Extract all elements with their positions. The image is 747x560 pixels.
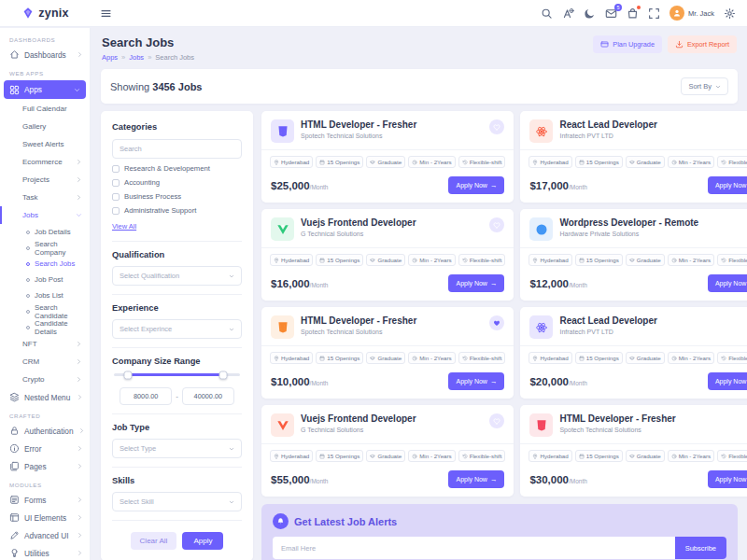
company-size-min-input[interactable] — [120, 387, 172, 405]
chevron-right-icon — [77, 550, 83, 556]
dark-mode-icon[interactable] — [584, 7, 596, 20]
skills-select[interactable]: Select Skill — [112, 492, 242, 511]
sidebar-item-pages[interactable]: Pages — [0, 457, 90, 475]
checkbox[interactable] — [112, 207, 120, 215]
arrow-right-icon: → — [490, 475, 498, 483]
sidebar-subitem-crm[interactable]: CRM — [0, 353, 90, 371]
plan-upgrade-button[interactable]: Plan Upgrade — [593, 35, 662, 53]
chevron-right-icon — [78, 427, 85, 434]
sidebar-subitem-search-company[interactable]: Search Company — [0, 240, 90, 256]
messages-icon[interactable]: 5 — [605, 7, 617, 20]
category-option[interactable]: Research & Developement — [112, 164, 242, 173]
category-option[interactable]: Administrative Support — [112, 206, 242, 215]
job-title[interactable]: React Lead Developer — [559, 119, 741, 130]
sidebar-subitem-full-calendar[interactable]: Full Calendar — [0, 100, 90, 118]
sidebar-subitem-search-candidate[interactable]: Search Candidate — [0, 303, 90, 319]
favorite-button[interactable] — [489, 119, 504, 134]
sidebar-item-utilities[interactable]: Utilities — [0, 544, 90, 560]
history-icon — [721, 356, 726, 361]
subscribe-button[interactable]: Subscribe — [675, 537, 726, 559]
sidebar-item-forms[interactable]: Forms — [0, 491, 90, 509]
export-report-button[interactable]: Export Report — [668, 35, 737, 53]
sidebar-subitem-crypto[interactable]: Crypto — [0, 371, 90, 388]
sidebar-subitem-search-jobs[interactable]: Search Jobs — [0, 256, 90, 272]
category-option[interactable]: Business Process — [112, 192, 242, 201]
checkbox[interactable] — [112, 165, 120, 173]
apply-now-button[interactable]: Apply Now→ — [708, 274, 747, 292]
job-tag-min-2years: Min - 2Years — [668, 352, 715, 364]
sidebar-item-nested-menu[interactable]: Nested Menu — [0, 388, 90, 406]
job-tag-min-2years: Min - 2Years — [408, 156, 456, 168]
slider-handle-min[interactable] — [123, 371, 132, 379]
chevron-down-icon — [229, 446, 234, 452]
checkbox[interactable] — [112, 193, 120, 201]
sidebar-subitem-sweet-alerts[interactable]: Sweet Alerts — [0, 135, 90, 153]
apply-now-button[interactable]: Apply Now→ — [448, 274, 504, 292]
category-option[interactable]: Accounting — [112, 178, 242, 187]
fullscreen-icon[interactable] — [648, 7, 660, 20]
user-menu[interactable]: Mr. Jack — [669, 6, 714, 21]
job-tag-min-2years: Min - 2Years — [668, 156, 715, 168]
language-icon[interactable] — [562, 7, 574, 20]
apply-now-button[interactable]: Apply Now→ — [448, 372, 504, 390]
sidebar-subitem-task[interactable]: Task — [0, 189, 90, 206]
slider-handle-max[interactable] — [219, 371, 228, 379]
sidebar-subitem-job-details[interactable]: Job Details — [0, 224, 90, 240]
qualification-select[interactable]: Select Qualification — [112, 266, 242, 286]
breadcrumb-apps[interactable]: Apps — [102, 53, 118, 62]
apply-now-button[interactable]: Apply Now→ — [448, 470, 504, 488]
sidebar-subitem-jobs-list[interactable]: Jobs List — [0, 287, 90, 303]
favorite-button[interactable] — [489, 217, 504, 232]
apply-now-button[interactable]: Apply Now→ — [708, 176, 747, 194]
hamburger-menu-icon[interactable] — [100, 7, 112, 20]
sidebar-item-authentication[interactable]: Authentication — [0, 422, 90, 440]
user-avatar[interactable] — [669, 6, 684, 21]
breadcrumb-jobs[interactable]: Jobs — [129, 53, 144, 62]
favorite-button[interactable] — [489, 315, 504, 330]
company-size-max-input[interactable] — [182, 387, 234, 405]
email-input[interactable] — [273, 537, 726, 559]
job-type-select[interactable]: Select Type — [112, 439, 242, 458]
favorite-button[interactable] — [489, 413, 504, 428]
clear-all-button[interactable]: Clear All — [131, 532, 177, 550]
sidebar-subitem-ecommerce[interactable]: Ecommerce — [0, 153, 90, 171]
sidebar-subitem-jobs[interactable]: Jobs — [0, 206, 90, 224]
job-title[interactable]: HTML Developer - Fresher — [301, 315, 483, 326]
job-tags: Hyderabad15 OpeningsGraduateMin - 2Years… — [520, 443, 747, 468]
sidebar-item-error[interactable]: Error — [0, 440, 90, 457]
job-title[interactable]: Wordpress Developer - Remote — [559, 217, 741, 228]
view-all-link[interactable]: View All — [112, 222, 136, 231]
apply-now-button[interactable]: Apply Now→ — [708, 470, 747, 488]
apply-now-button[interactable]: Apply Now→ — [708, 372, 747, 390]
sidebar-item-advanced-ui[interactable]: Advanced UI — [0, 526, 90, 544]
breadcrumb-separator: » — [121, 53, 125, 62]
job-salary: $12,000/Month — [529, 278, 586, 289]
sidebar-item-ui-elements[interactable]: UI Elements — [0, 509, 90, 526]
sidebar-subitem-candidate-details[interactable]: Candidate Details — [0, 319, 90, 335]
job-title[interactable]: HTML Developer - Fresher — [301, 119, 483, 130]
apply-now-button[interactable]: Apply Now→ — [448, 176, 504, 194]
job-title[interactable]: React Lead Developer — [559, 315, 741, 326]
job-card: 5HTML Developer - FresherSpotech Technic… — [261, 307, 514, 399]
sidebar-subitem-nft[interactable]: NFT — [0, 335, 90, 353]
experience-select[interactable]: Select Experince — [112, 319, 242, 339]
sidebar-subitem-projects[interactable]: Projects — [0, 171, 90, 189]
settings-icon[interactable] — [724, 7, 736, 20]
company-size-slider[interactable] — [114, 373, 240, 376]
job-title[interactable]: Vuejs Frontend Developer — [301, 217, 483, 228]
brand-logo[interactable]: zynix — [0, 7, 91, 20]
categories-search-input[interactable] — [112, 139, 242, 159]
search-icon[interactable] — [541, 7, 553, 20]
sidebar-subitem-gallery[interactable]: Gallery — [0, 118, 90, 135]
sidebar-subitem-job-post[interactable]: Job Post — [0, 272, 90, 287]
calendar-icon — [319, 454, 325, 459]
sidebar-item-dashboards[interactable]: Dashboards — [0, 46, 90, 63]
job-card: 5HTML Developer - FresherSpotech Technic… — [261, 111, 514, 203]
job-title[interactable]: Vuejs Frontend Developer — [301, 413, 483, 424]
apply-filters-button[interactable]: Apply — [182, 532, 223, 550]
sidebar-item-apps[interactable]: Apps — [4, 80, 86, 99]
shopping-icon[interactable] — [627, 7, 639, 20]
sort-by-dropdown[interactable]: Sort By — [681, 77, 728, 95]
job-title[interactable]: HTML Developer - Fresher — [559, 413, 741, 424]
checkbox[interactable] — [112, 179, 120, 187]
